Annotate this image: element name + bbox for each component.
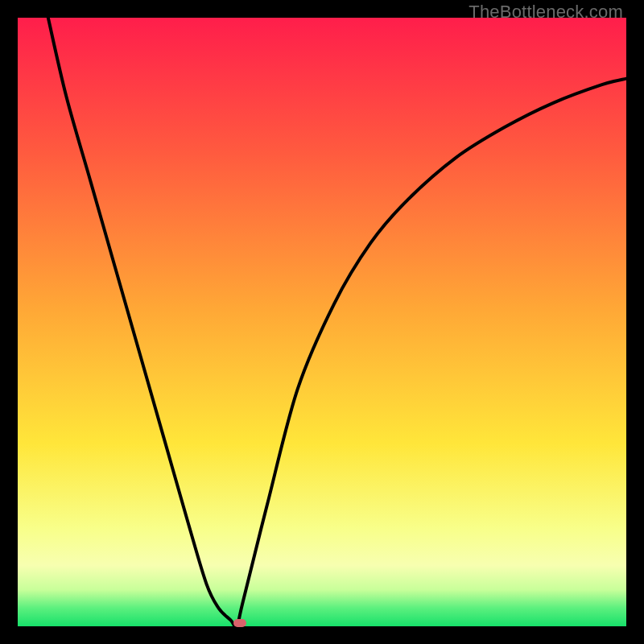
- optimum-marker: [233, 619, 246, 627]
- plot-frame: [18, 18, 626, 626]
- watermark-text: TheBottleneck.com: [469, 2, 623, 23]
- curve-svg: [18, 18, 626, 626]
- bottleneck-curve: [48, 18, 626, 627]
